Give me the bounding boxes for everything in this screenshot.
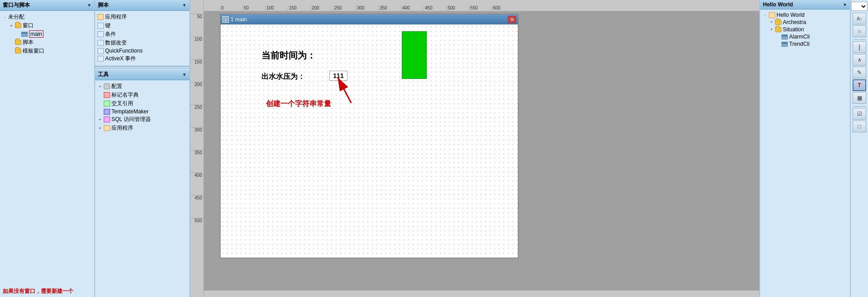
right-tree-archestra[interactable]: + Archestra (767, 19, 849, 26)
line-button[interactable]: | (853, 41, 866, 53)
gear-icon (103, 83, 111, 90)
window-icon: 1 (222, 16, 229, 23)
tools-arrow[interactable]: ▼ (182, 72, 187, 77)
sort-button[interactable]: A↑ (853, 13, 866, 24)
label-condition: 条件 (105, 30, 116, 38)
middle-panel: 脚本 ▼ 应用程序 键 条件 数据改变 QuickFunctions Activ… (95, 0, 190, 297)
label-tagdict: 标记名字典 (111, 91, 139, 99)
right-tree-trendcli[interactable]: TrendCli (774, 40, 849, 48)
expand-window[interactable]: + (8, 23, 14, 29)
pencil-button[interactable]: ✎ (853, 67, 866, 78)
label-appmanager: 应用程序 (111, 124, 133, 132)
right-tree-alarmcli[interactable]: AlarmCli (774, 33, 849, 40)
tool-item-config[interactable]: + 配置 (96, 82, 188, 91)
label-templatemaker: TemplateMaker (111, 108, 149, 115)
script-item-key[interactable]: 键 (96, 21, 188, 30)
expand-situation[interactable]: + (768, 26, 775, 33)
window-body[interactable]: 当前时间为： 出水水压为： 111 (221, 24, 518, 258)
check-button[interactable]: ☑ (853, 108, 866, 120)
label-key: 键 (105, 22, 111, 29)
crossref-icon (103, 101, 111, 107)
tree-item-main[interactable]: main (14, 30, 93, 38)
toolbar-dropdown[interactable] (851, 2, 868, 11)
top-ruler: 0 50 100 150 200 250 300 350 400 450 500… (204, 0, 759, 11)
tool-item-tagdict[interactable]: 标记名字典 (96, 91, 188, 99)
label-sql: SQL 访问管理器 (111, 116, 151, 123)
tree-item-unassigned[interactable]: - 未分配 (1, 13, 93, 21)
window-close-button[interactable]: ✕ (508, 16, 516, 23)
current-time-label: 当前时间为： (261, 49, 316, 62)
ruler-250: 250 (190, 104, 203, 127)
pressure-label: 出水水压为： (261, 72, 305, 82)
label-activex: ActiveX 事件 (105, 55, 136, 63)
expand-alarmcli (775, 34, 781, 40)
label-datachange: 数据改变 (105, 39, 127, 47)
right-panel-arrow[interactable]: ▼ (843, 2, 847, 7)
label-app: 应用程序 (105, 13, 127, 21)
label-quickfunctions: QuickFunctions (105, 48, 143, 54)
situation-icon (775, 26, 782, 33)
tool-item-sql[interactable]: + SQL 访问管理器 (96, 115, 188, 124)
right-tree-hello-world[interactable]: - Hello World (761, 11, 849, 19)
middle-panel-arrow[interactable]: ▼ (182, 3, 187, 8)
grid-button[interactable]: ▦ (853, 92, 866, 104)
expand-appmanager[interactable]: + (97, 125, 103, 131)
text-button[interactable]: T (853, 79, 866, 91)
window-title: 1 main (231, 16, 508, 23)
tools-title: 工具 (98, 71, 109, 78)
script-item-app[interactable]: 应用程序 (96, 13, 188, 21)
angle-button[interactable]: ∧ (853, 54, 866, 66)
hw-icon (768, 12, 776, 18)
ruler-400: 400 (190, 172, 203, 195)
app-icon2 (103, 125, 111, 131)
expand-unassigned[interactable]: - (2, 14, 8, 20)
ruler-500: 500 (190, 218, 203, 240)
rect-button[interactable]: □ (853, 121, 866, 132)
hruler-0: 0 (220, 5, 242, 11)
ruler-350: 350 (190, 150, 203, 172)
canvas-bottom-scrollbar[interactable] (204, 290, 759, 297)
expand-tagdict (97, 92, 103, 98)
circle-button[interactable]: ○ (853, 25, 866, 37)
left-panel-arrow[interactable]: ▼ (87, 3, 92, 8)
tree-item-script[interactable]: 脚本 (7, 38, 93, 47)
window-frame: 1 1 main ✕ 当前时间为： 出水水压为： 111 (220, 14, 519, 258)
script-item-quickfunctions[interactable]: QuickFunctions (96, 47, 188, 54)
tools-header: 工具 ▼ (95, 69, 189, 80)
canvas-content[interactable]: 1 1 main ✕ 当前时间为： 出水水压为： 111 (204, 11, 759, 290)
script-icon-condition (97, 31, 104, 38)
script-icon-activex (97, 56, 104, 62)
script-item-activex[interactable]: ActiveX 事件 (96, 54, 188, 63)
hruler-450: 450 (424, 5, 446, 11)
expand-sql[interactable]: + (97, 117, 103, 123)
template-icon (103, 108, 111, 115)
tree-item-window[interactable]: + 窗口 (7, 21, 93, 30)
expand-hw[interactable]: - (762, 12, 768, 18)
expand-template (8, 48, 14, 54)
hruler-550: 550 (469, 5, 492, 11)
label-hello-world: Hello World (776, 12, 805, 18)
trendcli-icon (781, 41, 788, 47)
label-unassigned: 未分配 (8, 13, 24, 21)
tool-item-appmanager[interactable]: + 应用程序 (96, 124, 188, 132)
expand-trendcli (775, 41, 781, 47)
tool-item-templatemaker[interactable]: TemplateMaker (96, 108, 188, 115)
hruler-200: 200 (310, 5, 333, 11)
script-item-condition[interactable]: 条件 (96, 30, 188, 39)
right-tree-situation[interactable]: + Situation (767, 26, 849, 33)
archestra-icon (775, 19, 782, 25)
ruler-450: 450 (190, 195, 203, 218)
expand-config[interactable]: + (97, 83, 103, 90)
tree-item-template-window[interactable]: 模板窗口 (7, 47, 93, 55)
tool-item-crossref[interactable]: 交叉引用 (96, 99, 188, 108)
sql-icon (103, 117, 111, 123)
ruler-150: 150 (190, 59, 203, 82)
window-titlebar: 1 1 main ✕ (221, 15, 518, 24)
expand-archestra[interactable]: + (768, 19, 775, 25)
app-icon (97, 14, 104, 20)
hruler-600: 600 (492, 5, 514, 11)
script-item-datachange[interactable]: 数据改变 (96, 39, 188, 47)
hruler-500: 500 (446, 5, 469, 11)
left-tree: - 未分配 + 窗口 main 脚本 模板窗口 (0, 11, 94, 286)
expand-script (8, 39, 14, 46)
